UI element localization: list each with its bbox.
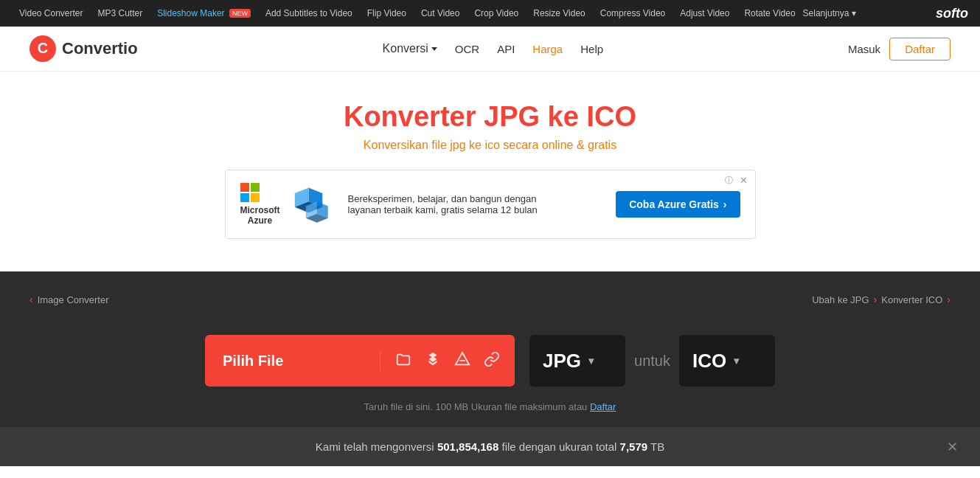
ms-sq-green bbox=[251, 183, 260, 192]
nav-harga[interactable]: Harga bbox=[532, 43, 563, 55]
untuk-label: untuk bbox=[634, 353, 670, 370]
ad-text: Bereksperimen, belajar, dan bangun denga… bbox=[348, 193, 540, 215]
link-icon[interactable] bbox=[484, 351, 500, 371]
breadcrumb-konverter-ico[interactable]: Konverter ICO bbox=[881, 294, 942, 305]
ad-cta-arrow: › bbox=[723, 198, 727, 210]
drop-hint-link[interactable]: Daftar bbox=[590, 401, 616, 412]
nav-api[interactable]: API bbox=[497, 43, 515, 55]
svg-marker-8 bbox=[456, 352, 469, 364]
drop-hint-text: Taruh file di sini. 100 MB Ukuran file m… bbox=[364, 401, 588, 412]
auth-area: Masuk Daftar bbox=[848, 38, 951, 60]
ms-sq-red bbox=[240, 183, 249, 192]
ad-cta-button[interactable]: Coba Azure Gratis › bbox=[616, 191, 740, 218]
breadcrumb-left: ‹ Image Converter bbox=[29, 294, 109, 305]
folder-icon[interactable] bbox=[395, 351, 411, 371]
nav-mp3-cutter[interactable]: MP3 Cutter bbox=[91, 0, 150, 27]
ad-info-icon[interactable]: ⓘ bbox=[725, 175, 733, 186]
ms-sq-yellow bbox=[251, 193, 260, 202]
converter-section: ‹ Image Converter Ubah ke JPG › Konverte… bbox=[0, 271, 980, 466]
to-format-label: ICO bbox=[692, 350, 726, 373]
page-content-area: Konverter JPG ke ICO Konversikan file jp… bbox=[0, 72, 980, 271]
nav-ocr[interactable]: OCR bbox=[455, 43, 479, 55]
nav-help[interactable]: Help bbox=[580, 43, 603, 55]
ms-logo-area: MicrosoftAzure bbox=[240, 183, 280, 226]
nav-flip-video[interactable]: Flip Video bbox=[360, 0, 414, 27]
ms-sq-blue bbox=[240, 193, 249, 202]
to-format-button[interactable]: ICO ▾ bbox=[679, 335, 775, 387]
top-nav: Video Converter MP3 Cutter Slideshow Mak… bbox=[0, 0, 980, 27]
new-badge: NEW bbox=[229, 9, 251, 18]
topnav-logo: softo bbox=[936, 6, 968, 21]
azure-cubes-icon bbox=[292, 182, 336, 226]
ad-cta-label: Coba Azure Gratis bbox=[629, 198, 719, 210]
file-picker-row: Pilih File bbox=[0, 320, 980, 394]
pick-file-label: Pilih File bbox=[205, 353, 380, 370]
chevron-left-icon: ‹ bbox=[29, 294, 33, 305]
from-format-chevron: ▾ bbox=[588, 355, 594, 367]
nav-cut-video[interactable]: Cut Video bbox=[414, 0, 467, 27]
breadcrumb-image-converter[interactable]: Image Converter bbox=[38, 294, 109, 305]
from-format-label: JPG bbox=[543, 350, 581, 373]
nav-crop-video[interactable]: Crop Video bbox=[467, 0, 526, 27]
logo-link[interactable]: C Convertio bbox=[29, 35, 138, 62]
pick-file-button[interactable]: Pilih File bbox=[205, 335, 515, 387]
stats-middle-text: file dengan ukuran total bbox=[501, 440, 616, 453]
google-drive-icon[interactable] bbox=[454, 351, 470, 371]
logo-icon: C bbox=[29, 35, 56, 62]
masuk-button[interactable]: Masuk bbox=[848, 43, 880, 55]
main-header: C Convertio Konversi OCR API Harga Help … bbox=[0, 27, 980, 72]
daftar-button[interactable]: Daftar bbox=[889, 38, 951, 60]
breadcrumb-ubah-jpg[interactable]: Ubah ke JPG bbox=[812, 294, 869, 305]
converter-breadcrumb: ‹ Image Converter Ubah ke JPG › Konverte… bbox=[0, 286, 980, 313]
drop-hint: Taruh file di sini. 100 MB Ukuran file m… bbox=[0, 394, 980, 427]
format-select-area: JPG ▾ untuk ICO ▾ bbox=[529, 335, 775, 387]
nav-adjust-video[interactable]: Adjust Video bbox=[673, 0, 737, 27]
nav-rotate-video[interactable]: Rotate Video bbox=[737, 0, 802, 27]
stats-size: 7,579 bbox=[620, 440, 648, 453]
svg-text:C: C bbox=[38, 40, 48, 56]
ad-banner: MicrosoftAzure Bereksperimen, belajar, d… bbox=[225, 170, 756, 239]
page-title: Konverter JPG ke ICO bbox=[15, 101, 965, 133]
nav-resize-video[interactable]: Resize Video bbox=[526, 0, 593, 27]
ms-brand-name: MicrosoftAzure bbox=[240, 205, 280, 226]
konversi-label: Konversi bbox=[383, 42, 428, 55]
top-nav-links: Video Converter MP3 Cutter Slideshow Mak… bbox=[12, 0, 856, 27]
page-subtitle: Konversikan file jpg ke ico secara onlin… bbox=[15, 139, 965, 152]
logo-text: Convertio bbox=[62, 39, 138, 58]
stats-bar: Kami telah mengonversi 501,854,168 file … bbox=[0, 427, 980, 466]
ad-close-icon[interactable]: ✕ bbox=[740, 175, 748, 186]
breadcrumb-chevron-right2: › bbox=[947, 294, 951, 305]
breadcrumb-right: Ubah ke JPG › Konverter ICO › bbox=[812, 294, 951, 305]
to-format-chevron: ▾ bbox=[734, 355, 739, 367]
main-nav: Konversi OCR API Harga Help bbox=[383, 42, 604, 55]
stats-files-count: 501,854,168 bbox=[437, 440, 498, 453]
ms-logo: MicrosoftAzure bbox=[240, 183, 280, 226]
nav-konversi[interactable]: Konversi bbox=[383, 42, 437, 55]
nav-slideshow-maker[interactable]: Slideshow Maker NEW bbox=[150, 0, 258, 27]
nav-compress-video[interactable]: Compress Video bbox=[593, 0, 673, 27]
chevron-down-icon bbox=[431, 47, 437, 51]
stats-prefix: Kami telah mengonversi bbox=[316, 440, 434, 453]
breadcrumb-chevron-right1: › bbox=[874, 294, 878, 305]
dropbox-icon[interactable] bbox=[425, 351, 441, 371]
from-format-button[interactable]: JPG ▾ bbox=[529, 335, 625, 387]
main-content: Konverter JPG ke ICO Konversikan file jp… bbox=[0, 72, 980, 466]
pick-file-icons bbox=[380, 351, 515, 371]
nav-more[interactable]: Selanjutnya ▾ bbox=[803, 8, 856, 18]
stats-close-button[interactable]: ✕ bbox=[947, 439, 958, 455]
ad-left: MicrosoftAzure Bereksperimen, belajar, d… bbox=[240, 182, 540, 226]
stats-unit: TB bbox=[650, 440, 664, 453]
stats-text: Kami telah mengonversi 501,854,168 file … bbox=[316, 440, 664, 453]
nav-video-converter[interactable]: Video Converter bbox=[12, 0, 91, 27]
nav-add-subtitles[interactable]: Add Subtitles to Video bbox=[258, 0, 360, 27]
